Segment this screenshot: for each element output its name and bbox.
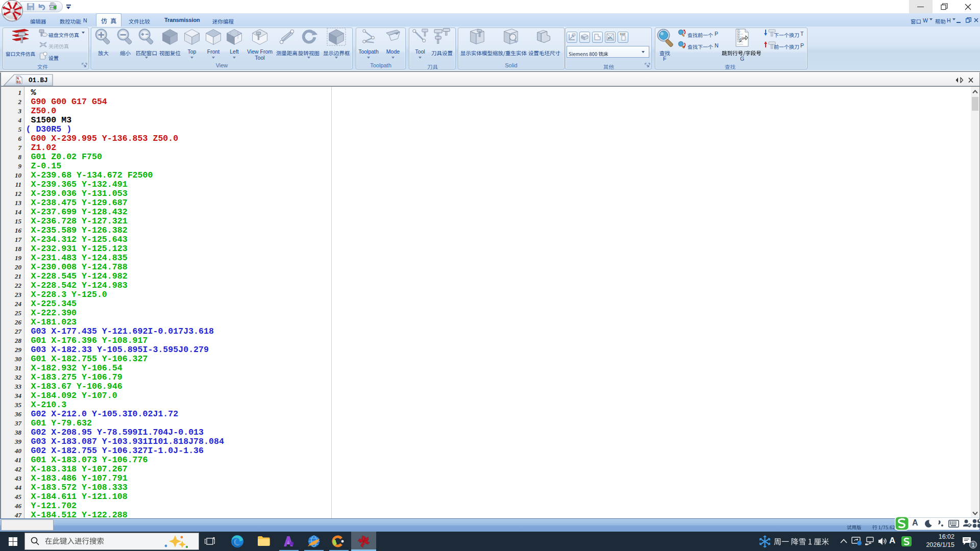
svg-text:STL: STL (608, 37, 612, 40)
svg-text:G1: G1 (17, 80, 21, 84)
svg-text:37: 37 (737, 39, 740, 42)
svg-text:DXF: DXF (620, 33, 626, 36)
